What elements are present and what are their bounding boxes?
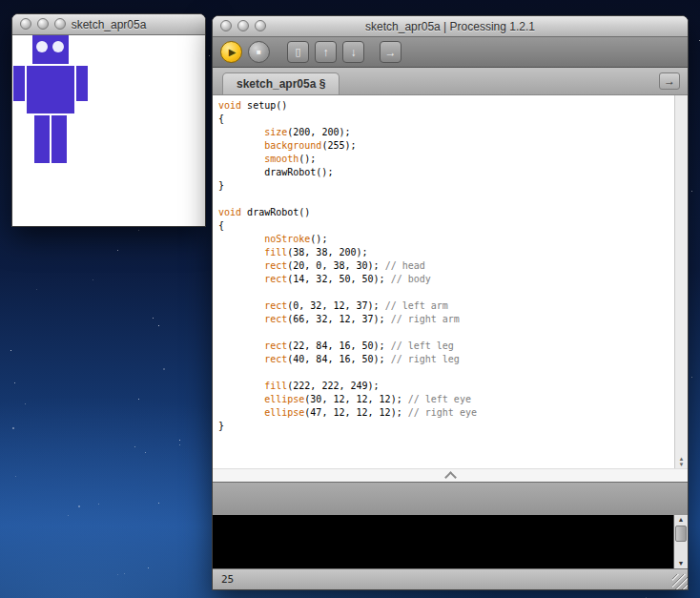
sketch-canvas xyxy=(13,35,204,226)
new-sketch-button[interactable]: ▯ xyxy=(287,41,309,63)
tab-bar: sketch_apr05a § → xyxy=(213,68,688,95)
code-line: rect(0, 32, 12, 37); // left arm xyxy=(218,299,672,313)
code-line: rect(66, 32, 12, 37); // right arm xyxy=(218,313,672,326)
tab-sketch-apr05a[interactable]: sketch_apr05a § xyxy=(222,72,340,94)
close-button[interactable] xyxy=(220,20,232,31)
sketch-window-title: sketch_apr05a xyxy=(72,18,147,31)
window-controls xyxy=(220,20,266,31)
robot-right-leg xyxy=(51,115,67,163)
robot-body xyxy=(27,66,74,113)
message-area xyxy=(213,482,688,515)
export-button[interactable]: → xyxy=(380,41,401,63)
code-line xyxy=(218,193,672,206)
open-button[interactable]: ↑ xyxy=(315,41,337,63)
resize-grip[interactable] xyxy=(672,574,688,589)
zoom-button[interactable] xyxy=(255,20,266,31)
code-line: rect(14, 32, 50, 50); // body xyxy=(218,273,672,286)
code-line: rect(40, 84, 16, 50); // right leg xyxy=(218,353,672,366)
code-line: rect(22, 84, 16, 50); // left leg xyxy=(218,340,672,353)
ide-titlebar[interactable]: sketch_apr05a | Processing 1.2.1 xyxy=(213,16,688,37)
run-icon: ▶ xyxy=(227,48,237,57)
status-bar: 25 xyxy=(213,568,688,589)
scrollbar-arrows[interactable]: ▲ ▼ xyxy=(675,456,688,467)
code-line xyxy=(218,326,672,340)
code-line: } xyxy=(218,420,672,433)
code-line: { xyxy=(218,113,672,126)
scroll-down-icon: ▼ xyxy=(679,462,685,467)
code-line: void drawRobot() xyxy=(218,206,672,219)
code-line: smooth(); xyxy=(218,153,672,166)
code-area: void setup(){ size(200, 200); background… xyxy=(218,99,672,433)
robot-right-arm xyxy=(76,66,88,101)
code-line: fill(222, 222, 249); xyxy=(218,380,672,393)
stop-icon: ■ xyxy=(257,49,261,56)
tab-label: sketch_apr05a § xyxy=(237,77,325,91)
console-scrollbar[interactable]: ▲ ▼ xyxy=(673,515,688,568)
export-icon: → xyxy=(385,47,397,58)
robot-left-arm xyxy=(13,66,25,101)
code-line: } xyxy=(218,179,672,193)
save-button[interactable]: ↓ xyxy=(342,41,364,63)
code-line: rect(20, 0, 38, 30); // head xyxy=(218,259,672,273)
stop-button[interactable]: ■ xyxy=(248,41,270,63)
tab-menu-button[interactable]: → xyxy=(659,72,680,90)
new-sketch-icon: ▯ xyxy=(295,47,300,57)
minimize-button[interactable] xyxy=(37,18,49,30)
zoom-button[interactable] xyxy=(54,18,66,30)
code-line: noStroke(); xyxy=(218,233,672,246)
robot-right-eye xyxy=(52,41,64,52)
tab-menu-icon: → xyxy=(664,75,675,87)
sketch-window-titlebar[interactable]: sketch_apr05a xyxy=(12,14,205,35)
console: ▲ ▼ xyxy=(213,515,688,568)
code-line: background(255); xyxy=(218,139,672,153)
code-line: ellipse(30, 12, 12, 12); // left eye xyxy=(218,393,672,406)
window-controls xyxy=(20,18,66,30)
processing-ide-window: sketch_apr05a | Processing 1.2.1 ▶ ■ ▯ ↑… xyxy=(212,15,689,590)
run-button[interactable]: ▶ xyxy=(220,41,242,63)
toolbar: ▶ ■ ▯ ↑ ↓ → xyxy=(213,37,688,68)
code-editor[interactable]: void setup(){ size(200, 200); background… xyxy=(213,95,688,468)
robot-left-eye xyxy=(36,41,48,52)
open-icon: ↑ xyxy=(323,47,329,58)
sketch-output-window: sketch_apr05a xyxy=(11,13,206,227)
code-line: ellipse(47, 12, 12, 12); // right eye xyxy=(218,406,672,420)
save-icon: ↓ xyxy=(351,47,357,58)
scroll-down-icon[interactable]: ▼ xyxy=(674,559,688,568)
code-line xyxy=(218,286,672,299)
code-line xyxy=(218,366,672,380)
ide-window-title: sketch_apr05a | Processing 1.2.1 xyxy=(365,20,535,33)
code-line: drawRobot(); xyxy=(218,166,672,179)
scroll-up-icon[interactable]: ▲ xyxy=(674,515,688,525)
minimize-button[interactable] xyxy=(237,20,249,31)
code-line: { xyxy=(218,219,672,233)
robot-left-leg xyxy=(34,115,50,163)
editor-scrollbar[interactable]: ▲ ▼ xyxy=(674,95,688,468)
editor-console-splitter[interactable] xyxy=(213,468,688,482)
line-number: 25 xyxy=(221,573,234,586)
close-button[interactable] xyxy=(20,18,31,30)
code-line: size(200, 200); xyxy=(218,126,672,139)
code-line: fill(38, 38, 200); xyxy=(218,246,672,259)
scrollbar-thumb[interactable] xyxy=(675,526,687,542)
code-line: void setup() xyxy=(218,99,672,113)
